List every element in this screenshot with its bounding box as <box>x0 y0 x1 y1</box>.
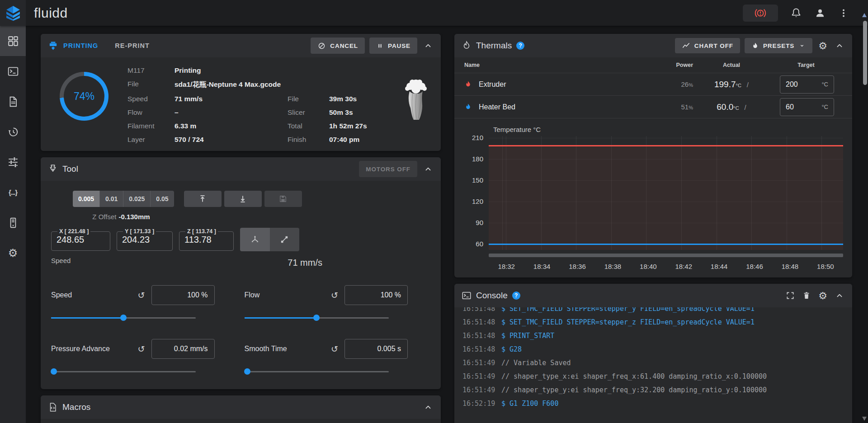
console-clear-button[interactable] <box>801 290 812 301</box>
macros-card-header: Macros <box>41 395 441 419</box>
fluidd-logo-icon <box>5 5 21 21</box>
motors-off-button[interactable]: MOTORS OFF <box>359 161 417 177</box>
fluidd-logo[interactable] <box>0 0 26 26</box>
console-icon <box>7 66 19 77</box>
collapse-thermals-card-button[interactable] <box>833 39 846 52</box>
z-step-0025-button[interactable]: 0.025 <box>123 191 151 207</box>
pause-button[interactable]: PAUSE <box>369 38 417 54</box>
speed-factor-slider[interactable] <box>51 315 196 321</box>
z-offset-down-button[interactable] <box>224 191 262 207</box>
z-step-001-button[interactable]: 0.01 <box>100 191 123 207</box>
axis-move-icon <box>250 235 260 244</box>
console-settings-button[interactable]: ⚙ <box>817 289 829 303</box>
console-fullscreen-button[interactable] <box>784 290 796 301</box>
z-offset-save-button[interactable] <box>264 191 302 207</box>
thermal-row-extruder: Extruder 26% 199.7°C/ 200 °C <box>454 73 852 95</box>
heater-bed-target-input[interactable]: 60 °C <box>780 98 834 116</box>
z-step-0005-button[interactable]: 0.005 <box>73 191 100 207</box>
x-position-field[interactable]: X [ 221.48 ] 248.65 <box>51 228 110 251</box>
extruder-series-line <box>489 145 843 146</box>
z-offset-step-group: 0.005 0.01 0.025 0.05 <box>73 191 174 207</box>
sidebar-item-gcode-files[interactable] <box>0 86 26 117</box>
tab-reprint[interactable]: RE-PRINT <box>115 42 149 49</box>
scrollbar-thumb[interactable] <box>863 21 867 85</box>
chart-datazoom-slider[interactable] <box>489 254 843 257</box>
emergency-stop-button[interactable] <box>743 5 778 22</box>
sidebar-item-system[interactable] <box>0 207 26 238</box>
reset-icon[interactable]: ↺ <box>331 290 338 300</box>
cancel-button[interactable]: CANCEL <box>311 38 365 54</box>
stat-value: 6.33 m <box>175 122 288 130</box>
smooth-time-slider[interactable] <box>245 368 389 375</box>
sidebar-item-history[interactable] <box>0 117 26 147</box>
printer-3d-icon <box>48 41 58 51</box>
thermals-help-icon[interactable]: ? <box>516 42 524 50</box>
fire-icon <box>462 41 472 51</box>
sidebar: {...} ⚙ <box>0 26 26 423</box>
presets-button[interactable]: PRESETS <box>745 38 812 53</box>
z-step-005-button[interactable]: 0.05 <box>151 191 174 207</box>
axis-move-toggle[interactable] <box>240 228 270 251</box>
console-help-icon[interactable]: ? <box>512 291 520 300</box>
sidebar-item-console[interactable] <box>0 56 26 86</box>
sidebar-item-macros[interactable]: {...} <box>0 177 26 207</box>
pressure-advance-slider[interactable] <box>51 368 196 375</box>
chevron-up-icon <box>423 164 433 174</box>
flow-factor-slider[interactable] <box>245 315 389 321</box>
y-tick: 210 <box>472 134 483 141</box>
nozzle-icon <box>48 164 58 174</box>
extruder-name[interactable]: Extruder <box>464 80 657 89</box>
z-position-field[interactable]: Z [ 113.74 ] 113.78 <box>179 228 234 251</box>
chevron-up-icon <box>423 402 433 412</box>
flow-factor-input[interactable]: 100 % <box>344 285 408 305</box>
flow-factor-control: Flow ↺ 100 % <box>245 285 408 321</box>
collapse-print-card-button[interactable] <box>422 39 434 52</box>
notifications-bell-icon[interactable] <box>790 7 802 19</box>
z-offset-up-button[interactable] <box>184 191 222 207</box>
x-tick: 18:42 <box>666 263 701 270</box>
chart-off-button[interactable]: CHART OFF <box>675 38 740 53</box>
thermals-card-header: Thermals ? CHART OFF PRESETS <box>454 34 852 57</box>
extruder-power: 26% <box>657 80 693 88</box>
stat-value: 39m 30s <box>329 95 367 103</box>
sidebar-item-dashboard[interactable] <box>0 26 26 56</box>
reset-icon[interactable]: ↺ <box>138 344 145 354</box>
x-tick: 18:44 <box>701 263 736 270</box>
print-thumbnail-vase <box>402 77 430 122</box>
console-line: 16:51:49// shaper_type_y:ei shaper_freq_… <box>462 383 845 397</box>
reset-icon[interactable]: ↺ <box>331 344 338 354</box>
chevron-up-icon <box>423 41 433 51</box>
extruder-series-fill <box>489 146 843 250</box>
tool-card-header: Tool MOTORS OFF <box>41 157 441 181</box>
sidebar-item-settings[interactable]: ⚙ <box>0 238 26 268</box>
extruder-target-input[interactable]: 200 °C <box>780 75 834 94</box>
main-content: PRINTING RE-PRINT CANCEL <box>26 26 868 423</box>
pressure-advance-control: Pressure Advance ↺ 0.02 mm/s <box>51 339 215 375</box>
collapse-console-card-button[interactable] <box>833 289 846 302</box>
pressure-advance-input[interactable]: 0.02 mm/s <box>151 339 215 359</box>
stat-value: Printing <box>175 66 367 75</box>
print-progress-value: 74% <box>74 90 94 103</box>
tab-printing[interactable]: PRINTING <box>48 41 98 51</box>
thermals-settings-button[interactable]: ⚙ <box>817 39 829 53</box>
reset-icon[interactable]: ↺ <box>138 290 145 300</box>
x-tick: 18:48 <box>772 263 807 270</box>
flow-factor-label: Flow <box>245 291 325 299</box>
user-account-icon[interactable] <box>814 7 826 19</box>
smooth-time-input[interactable]: 0.005 s <box>344 339 408 359</box>
y-position-field[interactable]: Y [ 171.33 ] 204.23 <box>117 228 173 251</box>
heater-bed-name[interactable]: Heater Bed <box>464 103 657 111</box>
relative-move-toggle[interactable] <box>270 228 300 251</box>
z-offset-label: Z Offset <box>92 213 116 221</box>
scrollbar-down-arrow[interactable] <box>862 417 867 421</box>
speed-factor-control: Speed ↺ 100 % <box>51 285 215 321</box>
chart-title: Temperature °C <box>493 126 843 133</box>
overflow-menu-icon[interactable] <box>838 8 849 19</box>
sidebar-item-tune[interactable] <box>0 147 26 177</box>
scrollbar-up-arrow[interactable] <box>862 13 867 17</box>
collapse-tool-card-button[interactable] <box>422 163 434 175</box>
z-position-value: 113.78 <box>184 235 233 244</box>
collapse-macros-card-button[interactable] <box>422 401 434 414</box>
file-code-icon <box>48 402 58 412</box>
speed-factor-input[interactable]: 100 % <box>151 285 215 305</box>
